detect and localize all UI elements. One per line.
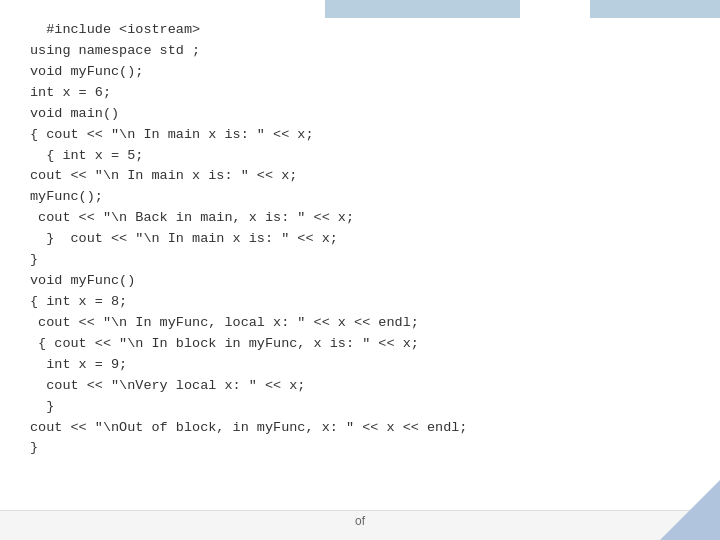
bottom-accent-triangle (660, 480, 720, 540)
slide-main-content: #include <iostream> using namespace std … (0, 0, 720, 510)
code-display: #include <iostream> using namespace std … (30, 20, 690, 490)
top-accent-left (325, 0, 520, 18)
slide-container: #include <iostream> using namespace std … (0, 0, 720, 540)
slide-bottom-bar: of (0, 510, 720, 540)
slide-number: of (355, 514, 365, 528)
top-accent-right (590, 0, 720, 18)
